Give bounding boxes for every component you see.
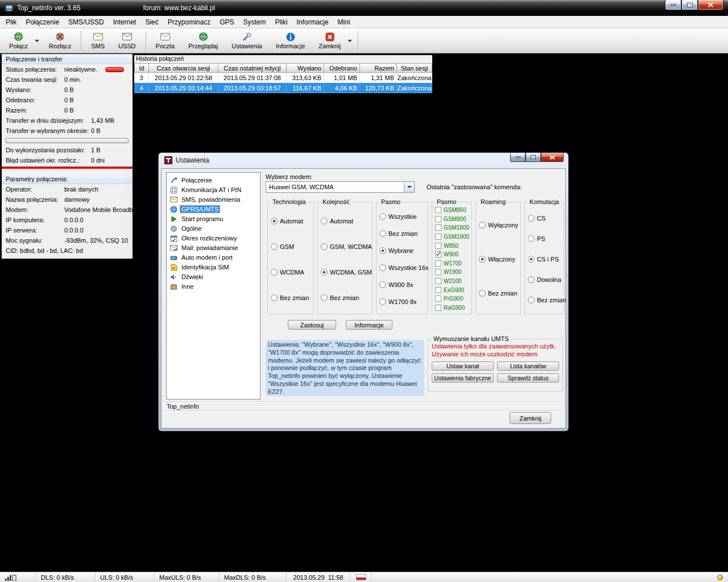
dialog-titlebar[interactable]: Ustawienia — [159, 153, 568, 167]
tree-item-mail[interactable]: Mail: powiadamianie — [169, 243, 258, 252]
checkbox-w850[interactable]: W850 — [435, 243, 470, 249]
col-id[interactable]: Id — [134, 63, 149, 73]
menu-gps[interactable]: GPS — [215, 16, 238, 28]
radio-kolej-gsm-wcdma[interactable]: GSM, WCDMA — [321, 243, 371, 250]
mail-button[interactable]: Poczta — [149, 30, 182, 52]
checkbox-w2100[interactable]: W2100 — [435, 278, 470, 284]
titlebar[interactable]: Top_netinfo ver. 3.65 forum: www.bez-kab… — [0, 0, 728, 16]
close-dropdown[interactable] — [348, 30, 355, 52]
radio-tech-wcdma[interactable]: WCDMA — [271, 269, 312, 276]
apply-button[interactable]: Zastosuj — [288, 320, 336, 330]
col-state[interactable]: Stan sesji — [397, 63, 432, 73]
tray-icon[interactable] — [717, 575, 723, 580]
checkbox-gsm850[interactable]: GSM850 — [435, 207, 470, 213]
tree-item-polaczenie[interactable]: Połączenie — [169, 176, 258, 185]
tree-item-okres[interactable]: Okres rozliczeniowy — [169, 234, 258, 243]
radio-tech-bez-zmian[interactable]: Bez zmian — [271, 294, 312, 301]
checkbox-gsm1900[interactable]: GSM1900 — [435, 234, 470, 240]
radio-kolej-wcdma-gsm[interactable]: WCDMA, GSM — [321, 269, 371, 276]
modem-select[interactable]: Huawei GSM, WCDMA — [266, 181, 415, 193]
dialog-close-action-button[interactable]: Zamknij — [510, 412, 551, 424]
radio-komut-ps[interactable]: PS — [528, 235, 562, 242]
channel-list-button[interactable]: Lista kanałów — [497, 361, 559, 371]
tree-item-at-pin[interactable]: Komunikacja AT i PIN — [169, 185, 258, 194]
checkbox-w1700[interactable]: W1700 — [435, 260, 470, 267]
radio-komut-cs-i-ps[interactable]: CS i PS — [528, 256, 562, 263]
col-total[interactable]: Razem — [360, 63, 397, 73]
menu-polaczenie[interactable]: Połączenie — [21, 16, 64, 28]
info-button[interactable]: Informacje — [269, 30, 312, 52]
radio-kolej-bez-zmian[interactable]: Bez zmian — [321, 294, 371, 301]
tree-item-dzwieki[interactable]: Dźwięki — [169, 272, 258, 281]
radio-pasmo-w1700-8x[interactable]: W1700 8x — [379, 298, 427, 305]
radio-pasmo-wszystkie-16x[interactable]: Wszystkie 16x — [379, 264, 427, 271]
radio-kolej-automat[interactable]: Automat — [321, 218, 371, 225]
close-button[interactable] — [698, 0, 723, 10]
select-arrow-button[interactable] — [404, 182, 414, 192]
ussd-button[interactable]: USSD — [111, 30, 143, 52]
radio-pasmo-wszystkie[interactable]: Wszystkie — [379, 213, 427, 220]
tree-item-sms[interactable]: SMS, powiadomienia — [169, 195, 258, 204]
check-status-button[interactable]: Sprawdź status — [497, 373, 559, 383]
radio-pasmo-w900-8x[interactable]: W900 8x — [379, 281, 427, 288]
col-edited[interactable]: Czas ostatniej edycji — [218, 63, 287, 73]
radio-icon — [528, 276, 535, 283]
radio-roam-wlaczony[interactable]: Włączony — [479, 256, 519, 263]
connect-dropdown[interactable] — [35, 30, 42, 52]
menu-informacje[interactable]: Informacje — [292, 16, 333, 28]
col-received[interactable]: Odebrano — [324, 63, 360, 73]
radio-roam-bez-zmian[interactable]: Bez zmian — [479, 290, 519, 297]
checkbox-exg900[interactable]: ExG900 — [435, 287, 470, 293]
table-row[interactable]: 3 2013.05.29 01:22:58 2013.05.29 01:37:0… — [134, 73, 432, 83]
menu-pliki[interactable]: Pliki — [271, 16, 292, 28]
set-channel-button[interactable]: Ustaw kanał — [432, 361, 494, 371]
checkbox-w900[interactable]: W900 — [435, 251, 470, 257]
checkbox-rag900[interactable]: RaG900 — [435, 305, 470, 311]
dialog-close-button[interactable] — [541, 153, 564, 162]
menu-przypominacz[interactable]: Przypominacz — [163, 16, 215, 28]
checkbox-gsm1800[interactable]: GSM1800 — [435, 225, 470, 231]
menu-system[interactable]: System — [239, 16, 271, 28]
row-value: nieaktywne. — [64, 66, 97, 73]
browse-button[interactable]: Przeglądaj — [181, 30, 225, 52]
menu-mini[interactable]: Mini — [333, 16, 355, 28]
tree-item-inne[interactable]: Inne — [169, 282, 258, 291]
col-sent[interactable]: Wysłano — [287, 63, 324, 73]
menu-internet[interactable]: Internet — [109, 16, 141, 28]
menu-plik[interactable]: Plik — [1, 16, 21, 28]
radio-tech-automat[interactable]: Automat — [271, 218, 312, 225]
settings-button[interactable]: Ustawienia — [225, 30, 269, 52]
checkbox-gsm900[interactable]: GSM900 — [435, 216, 470, 222]
col-opened[interactable]: Czas otwarcia sesji — [149, 63, 218, 73]
sms-button[interactable]: SMS — [84, 30, 111, 52]
close-app-button[interactable]: Zamknij — [312, 30, 348, 52]
factory-settings-button[interactable]: Ustawienia fabryczne — [432, 373, 494, 383]
checkbox-prg900[interactable]: PrG900 — [435, 296, 470, 302]
radio-pasmo-wybrane[interactable]: Wybrane — [379, 247, 427, 254]
dialog-info-button[interactable]: Informacje — [346, 320, 392, 330]
dialog-minimize-button[interactable] — [510, 153, 526, 162]
maximize-button[interactable] — [681, 0, 698, 10]
table-row[interactable]: 4 2013.05.29 03:14:44 2013.05.29 03:18:5… — [134, 83, 432, 93]
tree-item-start[interactable]: Start programu — [169, 214, 258, 223]
radio-komut-bez-zmian[interactable]: Bez zmian — [528, 297, 562, 304]
radio-komut-cs[interactable]: CS — [528, 215, 562, 222]
checkbox-w1900[interactable]: W1900 — [435, 269, 470, 275]
toolbar-separator — [81, 31, 81, 50]
radio-komut-dowolna[interactable]: Dowolna — [528, 276, 562, 283]
radio-roam-wylaczony[interactable]: Wyłączony — [479, 222, 519, 228]
dialog-maximize-button[interactable] — [526, 153, 541, 162]
disconnect-button[interactable]: Rozłącz — [42, 30, 78, 52]
radio-tech-gsm[interactable]: GSM — [271, 243, 312, 250]
minimize-button[interactable] — [665, 0, 681, 10]
menu-siec[interactable]: Sieć — [140, 16, 163, 28]
ip-server-row: IP serwera: 0.0.0.0 — [2, 225, 133, 235]
radio-pasmo-bez-zmian[interactable]: Bez zmian — [379, 230, 427, 237]
tree-item-sim[interactable]: Identyfikacja SIM — [169, 263, 258, 272]
tree-item-gprs-umts[interactable]: GPRS/UMTS — [169, 205, 258, 214]
tree-item-auto-modem[interactable]: Auto modem i port — [169, 253, 258, 262]
connect-button[interactable]: Połącz — [2, 30, 35, 52]
menu-sms-ussd[interactable]: SMS/USSD — [64, 16, 109, 28]
radio-label: PS — [537, 235, 545, 242]
tree-item-ogolne[interactable]: Ogólne — [169, 224, 258, 233]
